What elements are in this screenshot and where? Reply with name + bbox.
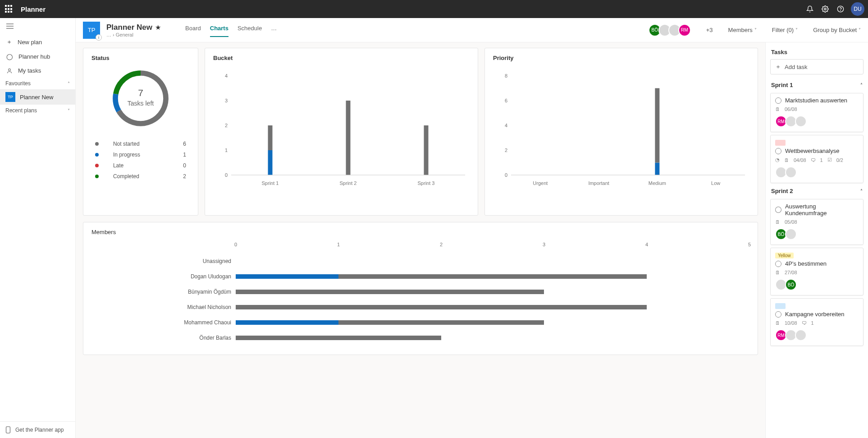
nav-label: My tasks [18, 67, 41, 74]
tab-charts[interactable]: Charts [210, 23, 228, 37]
svg-point-6 [9, 69, 11, 71]
svg-text:Tasks left: Tasks left [128, 100, 154, 107]
members-label: Members [728, 27, 753, 33]
svg-text:Low: Low [711, 180, 720, 186]
left-nav: ＋ New plan ◯ Planner hub My tasks Favour… [0, 18, 76, 438]
chart-title: Priority [493, 55, 749, 61]
svg-text:Urgent: Urgent [533, 180, 548, 186]
task-tag: Yellow [775, 253, 794, 258]
svg-text:3: 3 [225, 98, 228, 103]
svg-text:1: 1 [225, 148, 228, 153]
task-title: 4P's bestimmen [785, 260, 827, 267]
task-card[interactable]: Marktstudien auswerten 🗓 06/08 RM [770, 93, 863, 132]
svg-text:8: 8 [505, 73, 507, 78]
svg-text:2: 2 [225, 123, 228, 128]
tab-schedule[interactable]: Schedule [238, 23, 262, 37]
ellipsis-icon: … [106, 32, 111, 37]
nav-favourites-header[interactable]: Favourites ˄ [0, 78, 75, 89]
get-app-link[interactable]: Get the Planner app [0, 421, 75, 438]
members-bar-chart: 012345UnassignedDogan UludoganBünyamin Ö… [91, 238, 749, 346]
svg-rect-7 [6, 427, 10, 433]
bucket-chart-card: Bucket 01234Sprint 1Sprint 2Sprint 3 [205, 48, 478, 216]
bell-icon[interactable] [802, 0, 818, 18]
task-date: 04/08 [794, 157, 806, 163]
calendar-icon: 🗓 [775, 320, 780, 326]
nav-planner-hub[interactable]: ◯ Planner hub [0, 50, 75, 64]
gear-icon[interactable] [818, 0, 833, 18]
plan-tile-small: TP [5, 92, 15, 102]
sprint-label: Sprint 1 [771, 82, 793, 88]
tasks-header: Tasks [766, 42, 868, 59]
svg-rect-31 [655, 88, 659, 163]
svg-rect-18 [346, 101, 351, 175]
overflow-count[interactable]: +3 [706, 27, 713, 33]
task-circle-icon[interactable] [775, 148, 781, 154]
task-date: 10/08 [785, 320, 797, 326]
star-icon[interactable]: ★ [155, 23, 161, 32]
phone-icon [5, 426, 11, 433]
tab-board[interactable]: Board [185, 23, 201, 37]
tab-more[interactable]: … [271, 23, 277, 37]
calendar-icon: 🗓 [775, 219, 780, 225]
plan-tile-text: TP [88, 27, 96, 33]
nav-my-tasks[interactable]: My tasks [0, 64, 75, 78]
sprint2-header[interactable]: Sprint 2 ˄ [766, 186, 868, 196]
task-tag [775, 303, 786, 309]
task-title: Marktstudien auswerten [785, 97, 847, 104]
hamburger-icon[interactable] [0, 18, 75, 34]
task-circle-icon[interactable] [775, 311, 781, 318]
user-avatar[interactable]: DU [851, 2, 864, 16]
task-circle-icon[interactable] [775, 207, 781, 213]
svg-text:Sprint 1: Sprint 1 [262, 180, 279, 186]
checklist-icon: ☑ [827, 157, 832, 163]
calendar-icon: 🗓 [775, 270, 780, 275]
task-title: Auswertung Kundenumfrage [785, 203, 859, 217]
avatar: BÖ [785, 279, 797, 290]
plan-title: Planner New [106, 23, 152, 32]
chart-title: Bucket [213, 55, 470, 61]
task-card[interactable]: Auswertung Kundenumfrage 🗓 05/08 BÖ [770, 199, 863, 245]
task-date: 27/08 [785, 270, 797, 275]
task-card[interactable]: Wettbewerbsanalyse ◔ 🗓 04/08 🗨 1 ☑ 0/2 [770, 135, 863, 183]
avatar [785, 228, 797, 240]
task-card[interactable]: Kampagne vorbereiten 🗓 10/08 🗨 1 RM [770, 298, 863, 346]
chevron-up-icon: ˄ [68, 81, 70, 86]
groupby-dropdown[interactable]: Group by Bucket ˅ [813, 27, 861, 33]
info-icon[interactable]: i [96, 34, 102, 41]
nav-plan-item[interactable]: TP Planner New [0, 89, 75, 105]
svg-text:4: 4 [225, 73, 228, 78]
task-card[interactable]: Yellow 4P's bestimmen 🗓 27/08 BÖ [770, 248, 863, 295]
member-avatars[interactable]: BÖRM [649, 24, 691, 37]
avatar [785, 166, 797, 178]
task-circle-icon[interactable] [775, 261, 781, 267]
plan-tabs: Board Charts Schedule … [185, 23, 277, 37]
svg-point-2 [841, 10, 841, 11]
chart-title: Members [91, 229, 749, 235]
priority-bar-chart: 02468UrgentImportantMediumLow [493, 67, 749, 193]
svg-text:Sprint 3: Sprint 3 [418, 180, 435, 186]
plus-icon: ＋ [6, 38, 12, 46]
task-title: Wettbewerbsanalyse [785, 148, 839, 154]
add-task-button[interactable]: ＋ Add task [770, 59, 863, 74]
plan-tile[interactable]: TP i [83, 22, 100, 39]
avatar [795, 329, 807, 341]
nav-new-plan[interactable]: ＋ New plan [0, 34, 75, 50]
waffle-icon[interactable] [4, 4, 14, 14]
svg-rect-30 [655, 163, 659, 175]
svg-text:4: 4 [505, 123, 507, 128]
task-comments: 1 [820, 157, 823, 163]
nav-label: Planner hub [18, 53, 50, 60]
add-task-label: Add task [785, 64, 808, 70]
get-app-label: Get the Planner app [15, 427, 64, 433]
filter-dropdown[interactable]: Filter (0) ˅ [772, 27, 798, 33]
chevron-down-icon: ˅ [68, 108, 70, 113]
nav-recent-header[interactable]: Recent plans ˅ [0, 105, 75, 116]
svg-text:6: 6 [505, 98, 507, 103]
members-dropdown[interactable]: Members ˅ [728, 27, 757, 33]
breadcrumb[interactable]: … › General [106, 32, 161, 37]
sprint1-header[interactable]: Sprint 1 ˄ [766, 80, 868, 90]
task-comments: 1 [811, 320, 814, 326]
help-icon[interactable] [833, 0, 848, 18]
section-label: Favourites [5, 80, 31, 87]
task-circle-icon[interactable] [775, 97, 781, 104]
